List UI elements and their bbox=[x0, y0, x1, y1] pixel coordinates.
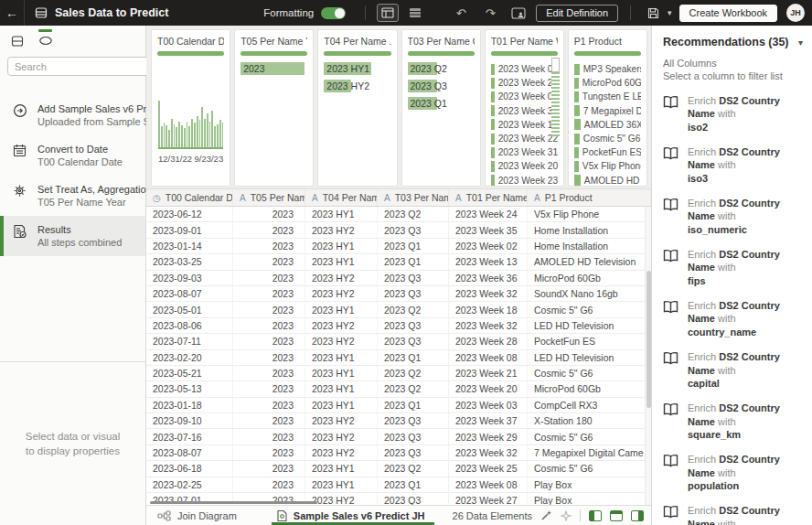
table-row[interactable]: 2023-01-1420232023 HY12023 Q12023 Week 0… bbox=[146, 239, 651, 254]
sidebar-step-3[interactable]: Set Treat As, AggregationT05 Per Name Ye… bbox=[0, 176, 145, 216]
table-cell[interactable]: 2023 Q1 bbox=[378, 477, 449, 492]
value-frequency-row[interactable]: 2023 Q2 bbox=[408, 62, 475, 75]
enrich-wand-icon[interactable] bbox=[540, 509, 552, 521]
value-frequency-row[interactable]: 2023 Week 23 bbox=[491, 174, 558, 188]
save-menu-caret[interactable]: ▾ bbox=[668, 8, 672, 17]
table-cell[interactable]: 2023 Week 32 bbox=[449, 318, 528, 333]
dataset-tab[interactable]: Sample Sales v6 Predict JH bbox=[277, 506, 425, 525]
table-row[interactable]: 2023-08-0620232023 HY22023 Q32023 Week 3… bbox=[146, 318, 651, 334]
table-cell[interactable]: 2023-01-18 bbox=[146, 398, 233, 412]
table-cell[interactable]: 2023 bbox=[233, 350, 305, 365]
table-cell[interactable]: 2023 HY2 bbox=[305, 286, 378, 301]
profile-card-1[interactable]: T00 Calendar Date12/31/229/23/23 bbox=[151, 29, 230, 187]
value-frequency-row[interactable]: 2023 bbox=[240, 62, 307, 75]
table-cell[interactable]: LED HD Television bbox=[528, 350, 651, 365]
layout-left-panel-button[interactable] bbox=[589, 510, 602, 521]
value-frequency-row[interactable]: Tungsten E LED TV bbox=[574, 90, 641, 103]
table-cell[interactable]: 2023-05-01 bbox=[146, 302, 233, 316]
table-cell[interactable]: 2023 Q1 bbox=[378, 254, 449, 269]
table-cell[interactable]: 2023-03-25 bbox=[146, 254, 233, 269]
table-cell[interactable]: 2023 Week 37 bbox=[449, 413, 528, 428]
table-cell[interactable]: 2023 Week 21 bbox=[449, 366, 528, 380]
recommendation-item-8[interactable]: Enrich DS2 Country Name withpopulation bbox=[663, 453, 803, 493]
table-cell[interactable]: X-Station 180 bbox=[528, 413, 651, 428]
table-cell[interactable]: 2023 Q3 bbox=[378, 429, 449, 444]
table-cell[interactable]: 2023-07-16 bbox=[146, 429, 233, 444]
table-cell[interactable]: 2023 Q3 bbox=[378, 493, 449, 505]
table-cell[interactable]: 2023 Week 18 bbox=[449, 302, 528, 316]
recommendation-item-3[interactable]: Enrich DS2 Country Name withiso_numeric bbox=[663, 197, 803, 237]
table-cell[interactable]: 2023-01-14 bbox=[146, 239, 233, 253]
table-cell[interactable]: 7 Megapixel Digital Came bbox=[528, 445, 651, 460]
column-header-3[interactable]: AT04 Per Nam... bbox=[305, 189, 378, 206]
recommendation-item-1[interactable]: Enrich DS2 Country Name withiso2 bbox=[663, 94, 803, 134]
value-frequency-row[interactable]: 7 Megapixel Digital C bbox=[574, 104, 641, 118]
value-frequency-row[interactable]: MicroPod 60Gb bbox=[574, 76, 641, 90]
table-cell[interactable]: 2023 Q1 bbox=[378, 350, 449, 365]
table-row[interactable]: 2023-08-0720232023 HY22023 Q32023 Week 3… bbox=[146, 445, 651, 461]
layout-top-panel-button[interactable] bbox=[610, 510, 623, 521]
value-frequency-row[interactable]: 2023 Week 31 bbox=[491, 145, 558, 159]
table-cell[interactable]: 2023 Q3 bbox=[378, 413, 449, 428]
table-cell[interactable]: 2023 Week 02 bbox=[449, 239, 528, 253]
table-cell[interactable]: 2023 Week 32 bbox=[449, 445, 528, 460]
column-header-2[interactable]: AT05 Per Nam... bbox=[233, 189, 305, 206]
redo-button[interactable]: ↷ bbox=[479, 6, 501, 20]
sparkle-icon[interactable] bbox=[561, 510, 572, 521]
table-cell[interactable]: 2023 HY2 bbox=[305, 429, 378, 444]
table-cell[interactable]: 2023 HY2 bbox=[305, 222, 378, 237]
table-cell[interactable]: 2023-06-12 bbox=[146, 207, 233, 221]
table-cell[interactable]: PocketFun ES bbox=[528, 334, 651, 348]
table-cell[interactable]: 2023 Q1 bbox=[378, 398, 449, 412]
formatting-toggle[interactable] bbox=[321, 7, 346, 19]
table-cell[interactable]: 2023 HY1 bbox=[305, 239, 378, 253]
table-row[interactable]: 2023-09-1020232023 HY22023 Q32023 Week 3… bbox=[146, 413, 651, 429]
table-cell[interactable]: 2023 HY2 bbox=[305, 318, 378, 333]
value-frequency-row[interactable]: 2023 HY1 bbox=[324, 62, 390, 75]
table-cell[interactable]: V5x Flip Phone bbox=[528, 207, 651, 221]
distribution-scrollbar-thumb[interactable] bbox=[551, 58, 560, 72]
table-cell[interactable]: 2023 Q3 bbox=[378, 222, 449, 237]
back-button[interactable]: ← bbox=[0, 0, 25, 26]
table-cell[interactable]: 2023 Week 08 bbox=[449, 477, 528, 492]
table-cell[interactable]: 2023 bbox=[233, 302, 305, 316]
sidebar-step-1[interactable]: Add Sample Sales v6 Pre...Uploaded from … bbox=[0, 95, 145, 135]
table-cell[interactable]: 2023 Q1 bbox=[378, 239, 449, 253]
table-cell[interactable]: 2023 Week 13 bbox=[449, 254, 528, 269]
table-cell[interactable]: 2023 Q2 bbox=[378, 302, 449, 316]
table-cell[interactable]: 2023 HY1 bbox=[305, 477, 378, 492]
table-cell[interactable]: 2023 Q3 bbox=[378, 334, 449, 348]
table-cell[interactable]: 2023 Q2 bbox=[378, 207, 449, 221]
table-cell[interactable]: 2023 bbox=[233, 207, 305, 221]
table-cell[interactable]: 2023 Q2 bbox=[378, 461, 449, 476]
table-cell[interactable]: SoundX Nano 16gb bbox=[528, 286, 651, 301]
table-cell[interactable]: 2023 HY1 bbox=[305, 207, 378, 221]
table-cell[interactable]: LED HD Television bbox=[528, 318, 651, 333]
table-cell[interactable]: 2023 Q2 bbox=[378, 366, 449, 380]
value-frequency-row[interactable]: 2023 Q3 bbox=[408, 80, 475, 92]
vertical-scrollbar[interactable] bbox=[645, 207, 651, 505]
table-cell[interactable]: 2023 HY2 bbox=[305, 334, 378, 348]
table-cell[interactable]: 2023 HY2 bbox=[305, 445, 378, 460]
recommendation-item-7[interactable]: Enrich DS2 Country Name withsquare_km bbox=[663, 402, 803, 442]
table-cell[interactable]: 2023 Week 36 bbox=[449, 271, 528, 285]
table-cell[interactable]: MicroPod 60Gb bbox=[528, 381, 651, 396]
table-cell[interactable]: 2023 HY1 bbox=[305, 302, 378, 316]
value-frequency-row[interactable]: MP3 Speakers System bbox=[574, 62, 641, 76]
profile-card-2[interactable]: T05 Per Name Y...2023 bbox=[234, 29, 314, 187]
value-frequency-row[interactable]: V5x Flip Phone bbox=[574, 159, 641, 173]
value-frequency-row[interactable]: 2023 Week 22 bbox=[491, 132, 558, 145]
table-cell[interactable]: 2023 bbox=[233, 461, 305, 476]
column-header-4[interactable]: AT03 Per Nam... bbox=[378, 189, 449, 206]
value-frequency-row[interactable]: 2023 HY2 bbox=[324, 80, 390, 92]
sidebar-step-2[interactable]: Convert to DateT00 Calendar Date bbox=[0, 135, 145, 176]
value-frequency-row[interactable]: AMOLED 36X Standa bbox=[574, 118, 641, 132]
table-cell[interactable]: 2023 HY2 bbox=[305, 413, 378, 428]
profile-card-3[interactable]: T04 Per Name ...2023 HY12023 HY2 bbox=[317, 29, 397, 187]
table-cell[interactable]: 2023 Week 29 bbox=[449, 429, 528, 444]
table-cell[interactable]: 2023 bbox=[233, 381, 305, 396]
table-cell[interactable]: 2023-02-25 bbox=[146, 477, 233, 492]
table-row[interactable]: 2023-08-0720232023 HY22023 Q32023 Week 3… bbox=[146, 286, 651, 302]
table-cell[interactable]: 2023 bbox=[233, 445, 305, 460]
table-cell[interactable]: 2023 bbox=[233, 334, 305, 348]
